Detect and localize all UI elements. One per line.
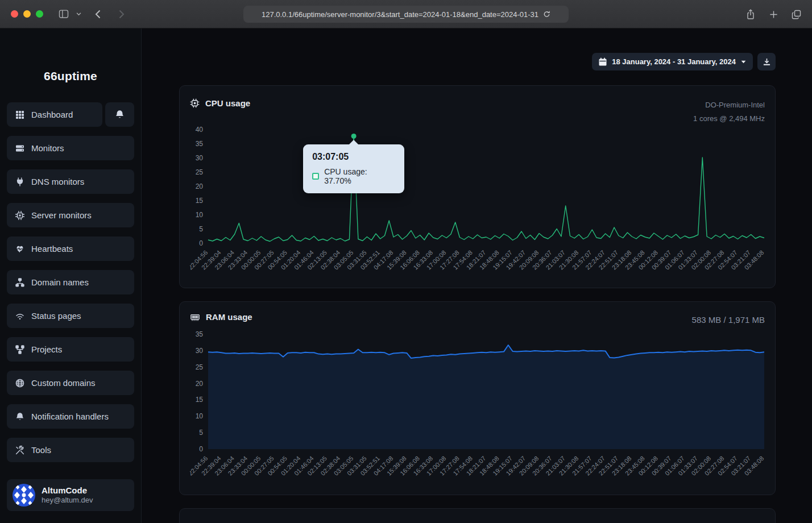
zoom-window-button[interactable] [36,10,43,18]
sitemap-icon [15,278,24,287]
svg-text:15: 15 [196,197,204,205]
user-card[interactable]: AltumCode hey@altum.dev [7,479,134,511]
sidebar-item-label: Status pages [31,311,81,321]
svg-text:10: 10 [196,211,204,219]
reload-icon[interactable] [543,10,550,18]
heart-pulse-icon [15,244,24,254]
signal-icon [15,312,24,321]
grid-icon [15,110,24,119]
ram-memory-icon [190,313,200,322]
ram-chart-canvas: 0510152025303522:04:5622:39:0423:06:0423… [190,326,765,495]
sidebar-item-dns-monitors[interactable]: DNS monitors [7,169,134,194]
calendar-icon [599,57,607,66]
globe-icon [15,379,24,388]
svg-text:35: 35 [196,330,204,338]
sidebar-item-label: Custom domains [31,378,96,388]
svg-text:0: 0 [199,239,203,247]
sidebar-item-monitors[interactable]: Monitors [7,136,134,160]
svg-text:20: 20 [196,380,204,388]
sidebar-item-label: Projects [31,344,62,354]
cpu-usage-card: CPU usage DO-Premium-Intel 1 cores @ 2,4… [179,85,776,288]
ram-usage-card: RAM usage 583 MB / 1,971 MB 051015202530… [179,301,776,495]
window-controls [11,10,43,18]
chevron-down-icon[interactable] [74,6,83,22]
svg-text:40: 40 [196,126,204,134]
app-window: 127.0.0.1/66uptime/server-monitor/3&star… [0,0,812,523]
user-email: hey@altum.dev [42,496,93,505]
user-name: AltumCode [42,485,93,496]
sidebar-item-projects[interactable]: Projects [7,337,134,362]
svg-text:25: 25 [196,363,204,371]
partial-card [179,508,776,523]
sidebar-item-label: Notification handlers [31,412,109,421]
sidebar: 66uptime DashboardMonitorsDNS monitorsSe… [0,28,142,523]
project-icon [15,345,24,354]
svg-text:15: 15 [196,396,204,404]
bell-icon [15,412,24,421]
sidebar-item-server-monitors[interactable]: Server monitors [7,203,134,227]
share-icon[interactable] [743,6,759,22]
caret-down-icon [741,60,746,64]
sidebar-item-tools[interactable]: Tools [7,438,134,462]
url-text: 127.0.0.1/66uptime/server-monitor/3&star… [262,10,538,19]
server-icon [15,144,24,153]
sidebar-item-notification-handlers[interactable]: Notification handlers [7,404,134,429]
main-content: 18 January, 2024 - 31 January, 2024 [142,28,812,523]
tooltip-series-swatch [312,173,319,180]
tooltip-time: 03:07:05 [312,152,395,162]
sidebar-toggle-icon[interactable] [56,6,72,22]
cpu-chart[interactable]: 051015202530354022:04:5622:39:0423:06:04… [190,122,765,288]
export-download-button[interactable] [757,53,776,70]
sidebar-item-label: Heartbeats [31,244,73,254]
tooltip-value: CPU usage: 37.70% [324,167,395,185]
tab-overview-icon[interactable] [788,6,804,22]
sidebar-item-label: Dashboard [31,110,73,119]
sidebar-item-label: Domain names [31,277,89,287]
svg-text:20: 20 [196,182,204,190]
browser-titlebar: 127.0.0.1/66uptime/server-monitor/3&star… [0,0,812,28]
bell-icon [115,110,125,119]
plug-icon [15,177,24,186]
svg-text:0: 0 [199,445,203,453]
ram-chart[interactable]: 0510152025303522:04:5622:39:0423:06:0423… [190,326,765,495]
svg-text:5: 5 [199,429,203,437]
svg-text:30: 30 [196,347,204,355]
svg-text:30: 30 [196,154,204,162]
sidebar-item-domain-names[interactable]: Domain names [7,270,134,294]
minimize-window-button[interactable] [23,10,31,18]
close-window-button[interactable] [11,10,18,18]
svg-text:25: 25 [196,168,204,176]
sidebar-item-label: Tools [31,445,51,455]
sidebar-item-dashboard[interactable]: Dashboard [7,102,102,127]
sidebar-item-label: Server monitors [31,210,92,220]
svg-text:10: 10 [196,412,204,420]
sidebar-item-status-pages[interactable]: Status pages [7,304,134,328]
date-range-label: 18 January, 2024 - 31 January, 2024 [612,57,736,66]
notifications-button[interactable] [105,102,134,127]
svg-text:5: 5 [199,225,203,233]
avatar [13,484,35,507]
sidebar-item-label: DNS monitors [31,177,84,186]
ram-usage-summary: 583 MB / 1,971 MB [692,312,765,328]
back-button[interactable] [90,6,106,22]
cpu-chart-canvas: 051015202530354022:04:5622:39:0423:06:04… [190,122,765,288]
sidebar-item-heartbeats[interactable]: Heartbeats [7,236,134,261]
sidebar-item-custom-domains[interactable]: Custom domains [7,371,134,395]
sidebar-item-label: Monitors [31,143,64,153]
svg-text:35: 35 [196,140,204,148]
forward-button[interactable] [114,6,130,22]
cpu-card-title: CPU usage [205,98,250,108]
new-tab-icon[interactable] [765,6,781,22]
chip-icon [15,211,24,220]
date-range-picker[interactable]: 18 January, 2024 - 31 January, 2024 [592,53,753,70]
cpu-chart-tooltip: 03:07:05 CPU usage: 37.70% [303,144,404,193]
cpu-chip-icon [190,98,200,108]
app-logo: 66uptime [7,69,134,83]
tools-icon [15,446,24,455]
ram-card-title: RAM usage [206,312,252,322]
address-bar[interactable]: 127.0.0.1/66uptime/server-monitor/3&star… [243,6,569,23]
cpu-plan-label: DO-Premium-Intel [693,98,765,112]
sidebar-nav: DashboardMonitorsDNS monitorsServer moni… [7,102,134,462]
